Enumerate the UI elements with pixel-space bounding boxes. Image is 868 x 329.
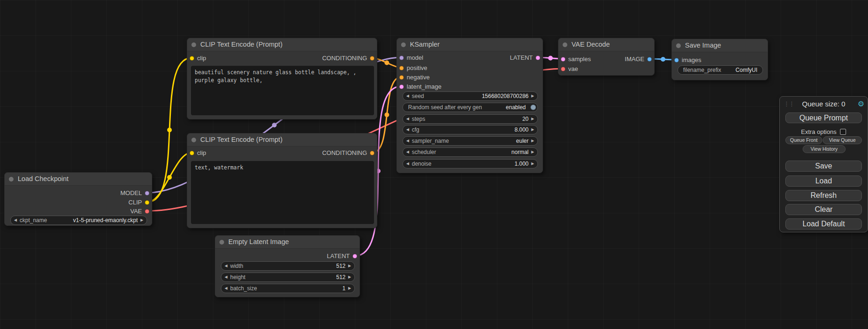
output-dot-clip[interactable] [145,200,149,205]
refresh-button[interactable]: Refresh [785,190,862,201]
output-label: CONDITIONING [322,54,367,63]
widget-height[interactable]: ◀ height 512 ▶ [221,273,355,282]
increment-arrow-icon[interactable]: ▶ [141,216,143,224]
input-slot-positive: positive [397,63,543,73]
output-label: LATENT [510,53,533,63]
increment-arrow-icon[interactable]: ▶ [531,115,534,123]
widget-value: v1-5-pruned-emaonly.ckpt [73,216,138,224]
input-dot-samples[interactable] [561,57,565,62]
decrement-arrow-icon[interactable]: ◀ [406,148,409,156]
increment-arrow-icon[interactable]: ▶ [531,160,534,168]
output-dot-latent[interactable] [536,56,540,60]
node-load-checkpoint[interactable]: Load Checkpoint MODEL CLIP VAE ◀ ckpt_na… [4,172,152,226]
save-button[interactable]: Save [785,161,862,172]
toggle-knob[interactable] [530,105,536,110]
decrement-arrow-icon[interactable]: ◀ [225,262,227,270]
node-save-image[interactable]: Save Image images filename_prefix ComfyU… [671,39,768,80]
node-titlebar[interactable]: CLIP Text Encode (Prompt) [187,38,377,51]
increment-arrow-icon[interactable]: ▶ [531,92,534,100]
input-label: clip [197,149,206,156]
decrement-arrow-icon[interactable]: ◀ [406,126,409,134]
decrement-arrow-icon[interactable]: ◀ [406,137,409,145]
node-titlebar[interactable]: KSampler [397,38,543,51]
queue-prompt-button[interactable]: Queue Prompt [785,112,862,123]
output-dot-latent[interactable] [353,254,357,259]
decrement-arrow-icon[interactable]: ◀ [14,216,17,224]
output-dot-image[interactable] [647,57,652,62]
load-button[interactable]: Load [785,175,862,187]
widget-random-seed-toggle[interactable]: Random seed after every gen enabled [402,103,538,112]
view-history-button[interactable]: View History [803,145,846,153]
collapse-dot[interactable] [676,43,681,48]
input-dot-clip[interactable] [190,151,194,155]
extra-options-checkbox[interactable] [840,129,846,135]
decrement-arrow-icon[interactable]: ◀ [225,284,227,293]
output-dot-conditioning[interactable] [370,56,374,61]
output-dot-conditioning[interactable] [370,151,374,155]
increment-arrow-icon[interactable]: ▶ [531,137,534,145]
node-titlebar[interactable]: VAE Decode [558,38,654,51]
collapse-dot[interactable] [563,42,567,47]
node-titlebar[interactable]: CLIP Text Encode (Prompt) [187,133,377,147]
settings-gear-icon[interactable]: ⚙ [858,99,864,109]
decrement-arrow-icon[interactable]: ◀ [406,92,409,100]
collapse-dot[interactable] [9,177,14,182]
collapse-dot[interactable] [191,138,196,142]
input-label: model [407,54,423,61]
positive-prompt-textarea[interactable]: beautiful scenery nature glass bottle la… [191,66,374,115]
increment-arrow-icon[interactable]: ▶ [531,126,534,134]
input-dot-vae[interactable] [561,67,565,71]
increment-arrow-icon[interactable]: ▶ [348,262,351,270]
decrement-arrow-icon[interactable]: ◀ [225,273,227,281]
input-dot-latent-image[interactable] [399,84,404,89]
node-titlebar[interactable]: Save Image [672,39,768,52]
node-clip-text-encode-positive[interactable]: CLIP Text Encode (Prompt) clip CONDITION… [187,38,377,119]
input-dot-images[interactable] [674,58,679,63]
widget-scheduler[interactable]: ◀ scheduler normal ▶ [402,147,538,157]
collapse-dot[interactable] [401,42,406,47]
slot-row-model-latent: model LATENT [397,53,543,63]
output-slot-model: MODEL [5,189,152,198]
widget-name: height [230,273,246,281]
graph-canvas[interactable]: { "app": { "name": "ComfyUI" }, "slot_co… [0,0,868,329]
output-label: MODEL [120,189,142,198]
increment-arrow-icon[interactable]: ▶ [348,284,351,293]
collapse-dot[interactable] [219,240,224,245]
widget-denoise[interactable]: ◀ denoise 1.000 ▶ [402,159,538,168]
node-clip-text-encode-negative[interactable]: CLIP Text Encode (Prompt) clip CONDITION… [187,133,377,228]
widget-filename-prefix[interactable]: filename_prefix ComfyUI [677,65,763,75]
queue-front-button[interactable]: Queue Front [785,136,822,144]
widget-width[interactable]: ◀ width 512 ▶ [221,261,355,271]
input-label: positive [407,64,427,71]
input-dot-clip[interactable] [190,56,194,61]
widget-cfg[interactable]: ◀ cfg 8.000 ▶ [402,125,538,134]
input-dot-model[interactable] [399,56,404,60]
input-label: clip [197,55,206,62]
widget-sampler-name[interactable]: ◀ sampler_name euler ▶ [402,136,538,146]
node-vae-decode[interactable]: VAE Decode samples IMAGE vae [558,38,655,76]
input-dot-negative[interactable] [399,75,404,80]
widget-value: 20 [522,115,529,123]
widget-name: filename_prefix [683,66,721,74]
node-ksampler[interactable]: KSampler model LATENT positive negative … [396,38,543,173]
collapse-dot[interactable] [191,42,196,47]
negative-prompt-textarea[interactable]: text, watermark [191,161,374,224]
widget-steps[interactable]: ◀ steps 20 ▶ [402,114,538,124]
increment-arrow-icon[interactable]: ▶ [348,273,351,281]
node-title: KSampler [410,41,440,48]
widget-seed[interactable]: ◀ seed 156680208700286 ▶ [402,91,538,101]
increment-arrow-icon[interactable]: ▶ [531,148,534,156]
node-titlebar[interactable]: Empty Latent Image [215,236,360,249]
node-empty-latent-image[interactable]: Empty Latent Image LATENT ◀ width 512 ▶ … [215,235,360,297]
widget-batch-size[interactable]: ◀ batch_size 1 ▶ [221,284,355,293]
node-titlebar[interactable]: Load Checkpoint [5,173,152,186]
view-queue-button[interactable]: View Queue [823,136,862,144]
input-dot-positive[interactable] [399,66,404,70]
decrement-arrow-icon[interactable]: ◀ [406,160,409,168]
widget-ckpt-name[interactable]: ◀ ckpt_name v1-5-pruned-emaonly.ckpt ▶ [10,216,147,225]
load-default-button[interactable]: Load Default [785,218,862,230]
decrement-arrow-icon[interactable]: ◀ [406,115,409,123]
output-dot-vae[interactable] [145,209,149,214]
output-dot-model[interactable] [145,191,149,196]
clear-button[interactable]: Clear [785,204,862,215]
